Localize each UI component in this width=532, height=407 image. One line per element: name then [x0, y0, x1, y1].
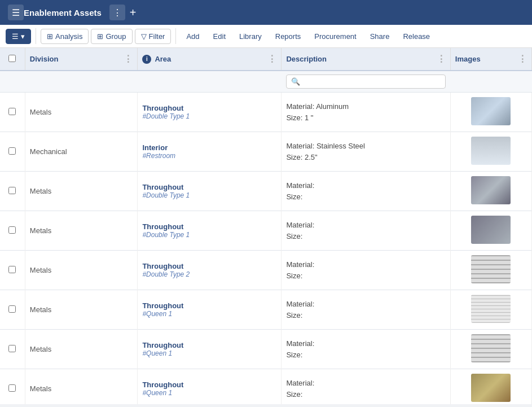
table-header-row: Division ⋮ i Area ⋮ [0, 48, 532, 71]
product-image [471, 334, 511, 362]
desc-line1: Material: [286, 378, 445, 389]
vertical-dots-icon: ⋮ [113, 7, 122, 18]
search-images-cell [450, 71, 531, 93]
desc-line1: Material: Aluminum [286, 101, 445, 112]
filter-icon: ▽ [141, 32, 147, 41]
product-image [471, 295, 511, 323]
edit-button[interactable]: Edit [208, 29, 231, 43]
row-checkbox[interactable] [8, 147, 16, 155]
select-all-checkbox[interactable] [8, 55, 16, 62]
area-tag: #Restroom [142, 152, 276, 160]
procurement-button[interactable]: Procurement [309, 29, 362, 43]
area-cell: Throughout #Queen 1 [138, 290, 282, 330]
description-cell: Material: Size: [282, 251, 450, 290]
area-cell: Throughout #Double Type 1 [138, 172, 282, 211]
division-cell: Metals [25, 330, 138, 369]
description-cell: Material: Stainless Steel Size: 2.5" [282, 132, 450, 172]
row-checkbox[interactable] [8, 305, 16, 313]
desc-line1: Material: [286, 220, 445, 231]
row-checkbox[interactable] [8, 108, 16, 115]
menu-icon: ☰ [12, 32, 19, 41]
table-row: MetalsThroughout #Double Type 2Material:… [0, 251, 532, 290]
row-checkbox-cell [0, 132, 25, 172]
images-cell [450, 290, 531, 330]
library-button[interactable]: Library [234, 29, 267, 43]
desc-line2: Size: 1 " [286, 112, 445, 124]
row-checkbox[interactable] [8, 266, 16, 273]
division-col-options[interactable]: ⋮ [124, 54, 133, 64]
group-icon: ⊞ [97, 32, 103, 41]
area-info-icon: i [142, 55, 151, 64]
desc-col-options[interactable]: ⋮ [437, 54, 446, 64]
add-button[interactable]: Add [181, 29, 205, 43]
row-checkbox[interactable] [8, 345, 16, 352]
toolbar-separator-2 [175, 28, 176, 44]
division-cell: Metals [25, 211, 138, 251]
row-checkbox[interactable] [8, 226, 16, 234]
row-checkbox[interactable] [8, 187, 16, 194]
product-image [471, 176, 511, 204]
division-column-header: Division ⋮ [25, 48, 138, 71]
description-cell: Material: Aluminum Size: 1 " [282, 93, 450, 132]
images-col-options[interactable]: ⋮ [518, 54, 527, 64]
division-text: Metals [30, 305, 51, 314]
division-text: Metals [30, 266, 51, 274]
group-button[interactable]: ⊞ Group [91, 29, 132, 44]
app-header: ☰ Enablement Assets ⋮ + [0, 0, 532, 25]
images-cell [450, 172, 531, 211]
assets-table: Division ⋮ i Area ⋮ [0, 48, 532, 404]
table-row: MetalsThroughout #Double Type 1Material:… [0, 93, 532, 132]
desc-line2: Size: [286, 231, 445, 242]
search-input[interactable] [302, 77, 441, 86]
plus-icon: + [130, 6, 137, 19]
release-button[interactable]: Release [397, 29, 436, 43]
description-cell: Material: Size: [282, 172, 450, 211]
app-title: Enablement Assets [24, 8, 102, 17]
filter-button[interactable]: ▽ Filter [135, 29, 172, 44]
desc-line1: Material: [286, 180, 445, 191]
row-checkbox-cell [0, 172, 25, 211]
table-row: MetalsThroughout #Queen 1Material: Size: [0, 330, 532, 369]
search-input-wrap: 🔍 [286, 75, 446, 89]
menu-toggle-button[interactable]: ☰ [8, 5, 24, 20]
area-primary: Interior [142, 143, 276, 152]
menu-button[interactable]: ☰ ▾ [6, 29, 31, 44]
more-options-button[interactable]: ⋮ [109, 5, 125, 20]
desc-line2: Size: [286, 270, 445, 282]
area-primary: Throughout [142, 262, 276, 270]
desc-line1: Material: [286, 259, 445, 270]
search-division-cell [25, 71, 138, 93]
row-checkbox[interactable] [8, 384, 16, 392]
division-text: Metals [30, 226, 51, 235]
area-cell: Throughout #Double Type 1 [138, 211, 282, 251]
images-column-header: Images ⋮ [450, 48, 531, 71]
row-checkbox-cell [0, 93, 25, 132]
images-cell [450, 330, 531, 369]
share-button[interactable]: Share [364, 29, 395, 43]
division-text: Metals [30, 187, 51, 195]
analysis-button[interactable]: ⊞ Analysis [41, 29, 89, 44]
product-image [471, 216, 511, 244]
division-cell: Metals [25, 172, 138, 211]
images-cell [450, 132, 531, 172]
division-cell: Metals [25, 369, 138, 405]
area-cell: Interior #Restroom [138, 132, 282, 172]
reports-button[interactable]: Reports [270, 29, 307, 43]
description-cell: Material: Size: [282, 330, 450, 369]
hamburger-icon: ☰ [12, 7, 20, 18]
table-row: MetalsThroughout #Queen 1Material: Size: [0, 290, 532, 330]
toolbar: ☰ ▾ ⊞ Analysis ⊞ Group ▽ Filter Add Edit… [0, 25, 532, 48]
area-col-options[interactable]: ⋮ [267, 54, 276, 64]
area-primary: Throughout [142, 341, 276, 349]
table-row: MetalsThroughout #Queen 1Material: Size: [0, 369, 532, 405]
add-tab-button[interactable]: + [130, 6, 137, 19]
desc-line2: Size: [286, 310, 445, 321]
search-checkbox-cell [0, 71, 25, 93]
row-checkbox-cell [0, 211, 25, 251]
checkbox-header [0, 48, 25, 71]
area-primary: Throughout [142, 222, 276, 231]
area-tag: #Double Type 1 [142, 112, 276, 120]
toolbar-separator-1 [36, 28, 36, 44]
images-cell [450, 369, 531, 405]
area-tag: #Double Type 1 [142, 191, 276, 199]
